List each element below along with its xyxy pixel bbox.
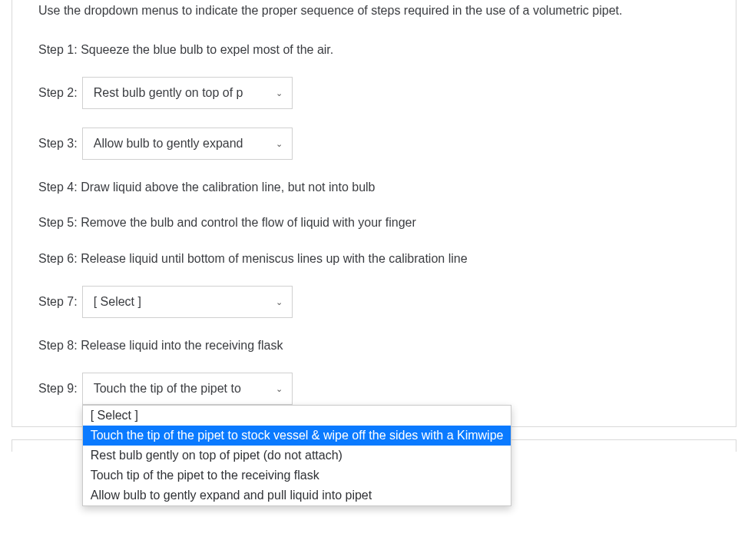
step-3-select[interactable]: Allow bulb to gently expand ⌄ (82, 128, 293, 160)
step-9-selected-value: Touch the tip of the pipet to (94, 382, 241, 396)
step-3-select-wrap: Allow bulb to gently expand ⌄ (82, 128, 293, 160)
step-3-label: Step 3: (38, 137, 78, 151)
step-7-select-wrap: [ Select ] ⌄ (82, 286, 293, 318)
chevron-down-icon: ⌄ (276, 88, 283, 98)
step-9-dropdown: [ Select ]Touch the tip of the pipet to … (82, 405, 512, 506)
step-9-option[interactable]: Touch tip of the pipet to the receiving … (83, 466, 511, 485)
step-9-select[interactable]: Touch the tip of the pipet to ⌄ (82, 373, 293, 405)
step-2-select[interactable]: Rest bulb gently on top of p ⌄ (82, 77, 293, 109)
step-9-option[interactable]: [ Select ] (83, 406, 511, 426)
step-9-select-wrap: Touch the tip of the pipet to ⌄ [ Select… (82, 373, 293, 405)
step-7-selected-value: [ Select ] (94, 295, 141, 309)
step-4-text: Step 4: Draw liquid above the calibratio… (38, 178, 716, 197)
step-6-text: Step 6: Release liquid until bottom of m… (38, 250, 716, 269)
step-9-row: Step 9: Touch the tip of the pipet to ⌄ … (38, 373, 716, 405)
step-9-option[interactable]: Touch the tip of the pipet to stock vess… (83, 426, 511, 446)
intro-text: Use the dropdown menus to indicate the p… (38, 0, 716, 21)
step-2-selected-value: Rest bulb gently on top of p (94, 86, 243, 100)
step-7-label: Step 7: (38, 295, 78, 309)
chevron-down-icon: ⌄ (276, 138, 283, 148)
step-2-select-wrap: Rest bulb gently on top of p ⌄ (82, 77, 293, 109)
chevron-down-icon: ⌄ (276, 297, 283, 307)
step-8-text: Step 8: Release liquid into the receivin… (38, 336, 716, 356)
question-card: Use the dropdown menus to indicate the p… (12, 0, 736, 427)
step-5-text: Step 5: Remove the bulb and control the … (38, 214, 716, 233)
step-9-option[interactable]: Allow bulb to gently expand and pull liq… (83, 485, 511, 505)
step-3-row: Step 3: Allow bulb to gently expand ⌄ (38, 128, 716, 160)
step-7-row: Step 7: [ Select ] ⌄ (38, 286, 716, 318)
step-2-row: Step 2: Rest bulb gently on top of p ⌄ (38, 77, 716, 109)
step-9-option[interactable]: Rest bulb gently on top of pipet (do not… (83, 446, 511, 466)
chevron-down-icon: ⌄ (276, 383, 283, 393)
step-2-label: Step 2: (38, 86, 78, 100)
step-9-label: Step 9: (38, 382, 78, 396)
step-3-selected-value: Allow bulb to gently expand (94, 137, 243, 151)
step-1-text: Step 1: Squeeze the blue bulb to expel m… (38, 41, 716, 60)
step-7-select[interactable]: [ Select ] ⌄ (82, 286, 293, 318)
